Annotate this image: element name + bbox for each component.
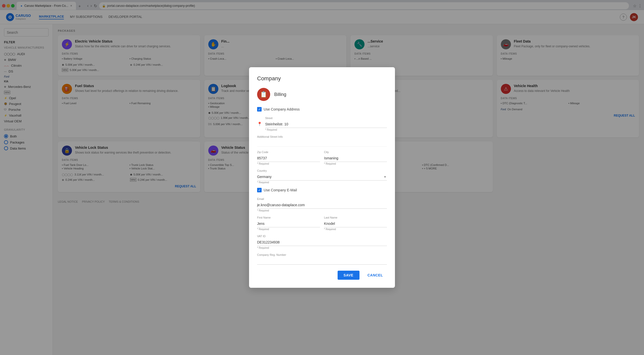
country-select[interactable]: Germany France USA (257, 173, 387, 181)
company-reg-label: Company Reg. Number (257, 253, 387, 256)
country-select-wrapper: Germany France USA (257, 173, 387, 181)
use-company-email-label: Use Company E-Mail (264, 188, 297, 192)
use-company-address-checkbox[interactable]: ✓ (257, 107, 262, 112)
company-reg-field: Company Reg. Number (257, 253, 387, 265)
first-name-required: * Required (257, 228, 320, 231)
city-input[interactable] (324, 155, 387, 162)
modal-title: Company (257, 75, 387, 82)
country-required: * Required (257, 181, 387, 184)
cancel-button[interactable]: CANCEL (364, 271, 387, 280)
country-field: Country Germany France USA * Required (257, 169, 387, 184)
street-label: Street (265, 117, 387, 120)
modal-user-section: 📋 Billing (257, 88, 387, 101)
additional-street-field: Additional Street Info (257, 135, 387, 147)
last-name-label: Last Name (324, 216, 387, 219)
street-required: * Required (265, 128, 387, 131)
street-input[interactable] (265, 121, 387, 128)
additional-street-label: Additional Street Info (257, 135, 387, 138)
zip-input[interactable] (257, 155, 320, 162)
modal-avatar: 📋 (257, 88, 270, 101)
zip-label: Zip Code (257, 151, 320, 154)
street-input-wrapper: Street * Required (265, 117, 387, 131)
modal-overlay[interactable]: Company 📋 Billing ✓ Use Company Address … (0, 0, 644, 355)
city-field: City * Required (324, 151, 387, 165)
vat-input[interactable] (257, 239, 387, 246)
last-name-field: Last Name * Required (324, 216, 387, 231)
first-name-input[interactable] (257, 220, 320, 227)
additional-street-input[interactable] (257, 139, 387, 147)
company-profile-modal: Company 📋 Billing ✓ Use Company Address … (249, 67, 395, 288)
email-input[interactable] (257, 201, 387, 209)
email-label: Email (257, 197, 387, 200)
last-name-input[interactable] (324, 220, 387, 227)
company-reg-input[interactable] (257, 257, 387, 265)
zip-field: Zip Code * Required (257, 151, 320, 165)
email-field: Email * Required (257, 197, 387, 212)
zip-city-row: Zip Code * Required City * Required (257, 151, 387, 169)
name-row: First Name * Required Last Name * Requir… (257, 216, 387, 235)
use-company-address-label: Use Company Address (264, 107, 300, 111)
location-icon: 📍 (257, 122, 262, 126)
modal-actions: SAVE CANCEL (257, 271, 387, 280)
modal-billing-label: Billing (274, 92, 286, 97)
first-name-field: First Name * Required (257, 216, 320, 231)
use-company-address-row[interactable]: ✓ Use Company Address (257, 107, 387, 112)
street-field-with-icon: 📍 Street * Required (257, 117, 387, 131)
use-company-email-checkbox[interactable]: ✓ (257, 188, 262, 192)
save-button[interactable]: SAVE (338, 271, 359, 280)
country-label: Country (257, 169, 387, 172)
city-required: * Required (324, 162, 387, 165)
city-label: City (324, 151, 387, 154)
zip-required: * Required (257, 162, 320, 165)
vat-field: VAT ID * Required (257, 235, 387, 249)
email-required: * Required (257, 209, 387, 212)
first-name-label: First Name (257, 216, 320, 219)
vat-label: VAT ID (257, 235, 387, 238)
street-field: 📍 Street * Required (257, 117, 387, 131)
use-company-email-row[interactable]: ✓ Use Company E-Mail (257, 188, 387, 192)
vat-required: * Required (257, 246, 387, 249)
last-name-required: * Required (324, 228, 387, 231)
